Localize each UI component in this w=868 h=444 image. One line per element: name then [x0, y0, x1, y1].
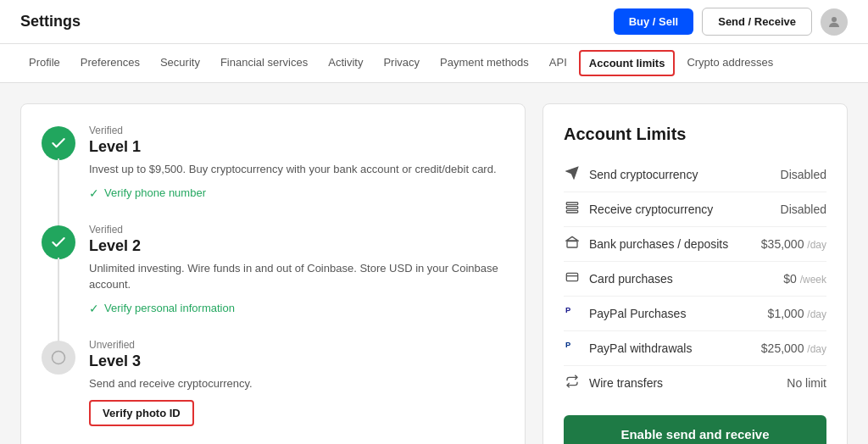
- svg-rect-4: [566, 203, 577, 205]
- limit-row: Receive cryptocurrencyDisabled: [564, 192, 826, 227]
- limit-value: $1,000 /day: [768, 307, 826, 320]
- limit-label: PayPal Purchases: [589, 307, 686, 320]
- limit-row: PPayPal Purchases$1,000 /day: [564, 297, 826, 331]
- svg-point-1: [53, 351, 65, 364]
- level-status: Verified: [89, 125, 497, 136]
- svg-rect-5: [566, 207, 577, 209]
- verify-photo-id-button[interactable]: Verify photo ID: [89, 400, 194, 426]
- send-receive-button[interactable]: Send / Receive: [702, 8, 812, 36]
- limit-row: Card purchases$0 /week: [564, 262, 826, 297]
- level-item-level2: VerifiedLevel 2Unlimited investing. Wire…: [42, 224, 504, 315]
- svg-rect-7: [567, 241, 577, 247]
- send-icon: [564, 166, 581, 183]
- nav-tab-account-limits[interactable]: Account limits: [579, 50, 676, 76]
- limit-value: Disabled: [781, 203, 826, 216]
- limit-value: No limit: [787, 376, 826, 390]
- level-status: Unverified: [89, 339, 253, 351]
- limit-value: $35,000 /day: [761, 237, 826, 251]
- limit-value: $25,000 /day: [761, 341, 826, 355]
- card-icon: [564, 270, 581, 287]
- receive-icon: [564, 201, 581, 218]
- limit-row: Send cryptocurrencyDisabled: [564, 158, 826, 192]
- svg-text:P: P: [565, 341, 570, 349]
- svg-rect-8: [566, 273, 577, 280]
- nav-tabs: ProfilePreferencesSecurityFinancial serv…: [0, 44, 868, 83]
- paypal2-icon: P: [564, 340, 581, 357]
- limit-row: Wire transfersNo limit: [564, 366, 826, 400]
- nav-tab-api[interactable]: API: [541, 44, 576, 82]
- limit-rows: Send cryptocurrencyDisabledReceive crypt…: [564, 158, 826, 400]
- header: Settings Buy / Sell Send / Receive: [0, 0, 868, 44]
- nav-tab-financial-services[interactable]: Financial services: [212, 44, 316, 82]
- nav-tab-security[interactable]: Security: [152, 44, 209, 82]
- limit-label: PayPal withdrawals: [589, 341, 692, 355]
- svg-rect-6: [566, 210, 577, 213]
- level-content-level2: VerifiedLevel 2Unlimited investing. Wire…: [89, 224, 504, 315]
- levels-panel: VerifiedLevel 1Invest up to $9,500. Buy …: [20, 103, 526, 444]
- level-title: Level 3: [89, 352, 253, 370]
- account-limits-panel: Account Limits Send cryptocurrencyDisabl…: [542, 103, 848, 444]
- limit-label: Card purchases: [589, 272, 673, 286]
- limit-left: Card purchases: [564, 270, 673, 287]
- limit-row: PPayPal withdrawals$25,000 /day: [564, 331, 826, 366]
- limit-value: Disabled: [781, 168, 826, 181]
- main-content: VerifiedLevel 1Invest up to $9,500. Buy …: [0, 83, 868, 444]
- level-desc: Send and receive cryptocurrency.: [89, 375, 253, 392]
- limit-label: Send cryptocurrency: [589, 168, 698, 181]
- limit-unit: /day: [807, 343, 826, 355]
- svg-text:P: P: [565, 306, 570, 314]
- checkmark-icon: ✓: [89, 302, 99, 315]
- unverified-icon: [42, 341, 75, 375]
- nav-tab-payment-methods[interactable]: Payment methods: [431, 44, 537, 82]
- svg-marker-3: [566, 167, 577, 178]
- account-limits-title: Account Limits: [564, 125, 826, 144]
- verify-item-label: Verify personal information: [104, 302, 235, 314]
- verify-check: ✓Verify personal information: [89, 302, 504, 315]
- limit-label: Receive cryptocurrency: [589, 203, 713, 216]
- limit-unit: /week: [800, 274, 826, 286]
- enable-send-receive-button[interactable]: Enable send and receive: [564, 415, 826, 444]
- limit-label: Bank purchases / deposits: [589, 237, 728, 251]
- verify-item-label: Verify phone number: [104, 186, 206, 199]
- buy-sell-button[interactable]: Buy / Sell: [614, 8, 694, 35]
- nav-tab-crypto-addresses[interactable]: Crypto addresses: [678, 44, 782, 82]
- level-title: Level 1: [89, 138, 497, 156]
- level-title: Level 2: [89, 237, 504, 255]
- level-content-level3: UnverifiedLevel 3Send and receive crypto…: [89, 339, 253, 427]
- limit-row: Bank purchases / deposits$35,000 /day: [564, 227, 826, 262]
- nav-tab-privacy[interactable]: Privacy: [375, 44, 428, 82]
- limit-left: Receive cryptocurrency: [564, 201, 713, 218]
- checkmark-icon: ✓: [89, 186, 99, 200]
- limit-left: Wire transfers: [564, 375, 663, 391]
- nav-tab-preferences[interactable]: Preferences: [72, 44, 148, 82]
- nav-tab-activity[interactable]: Activity: [320, 44, 371, 82]
- svg-point-0: [832, 17, 837, 22]
- limit-unit: /day: [807, 239, 826, 251]
- limit-label: Wire transfers: [589, 376, 663, 390]
- page-title: Settings: [20, 13, 81, 31]
- paypal-icon: P: [564, 305, 581, 322]
- wire-icon: [564, 375, 581, 391]
- verified-icon: [42, 225, 75, 259]
- verify-check: ✓Verify phone number: [89, 186, 497, 200]
- limit-left: Send cryptocurrency: [564, 166, 698, 183]
- nav-tab-profile[interactable]: Profile: [20, 44, 69, 82]
- limit-unit: /day: [807, 308, 826, 320]
- verified-icon: [42, 126, 75, 160]
- limit-left: PPayPal withdrawals: [564, 340, 692, 357]
- bank-icon: [564, 236, 581, 253]
- level-desc: Invest up to $9,500. Buy cryptocurrency …: [89, 161, 497, 178]
- avatar[interactable]: [821, 8, 848, 36]
- level-content-level1: VerifiedLevel 1Invest up to $9,500. Buy …: [89, 125, 497, 200]
- limit-left: PPayPal Purchases: [564, 305, 686, 322]
- limit-left: Bank purchases / deposits: [564, 236, 728, 253]
- level-item-level3: UnverifiedLevel 3Send and receive crypto…: [42, 339, 504, 427]
- level-status: Verified: [89, 224, 504, 236]
- header-actions: Buy / Sell Send / Receive: [614, 8, 848, 36]
- limit-value: $0 /week: [783, 272, 826, 286]
- level-item-level1: VerifiedLevel 1Invest up to $9,500. Buy …: [42, 125, 504, 200]
- level-desc: Unlimited investing. Wire funds in and o…: [89, 260, 504, 293]
